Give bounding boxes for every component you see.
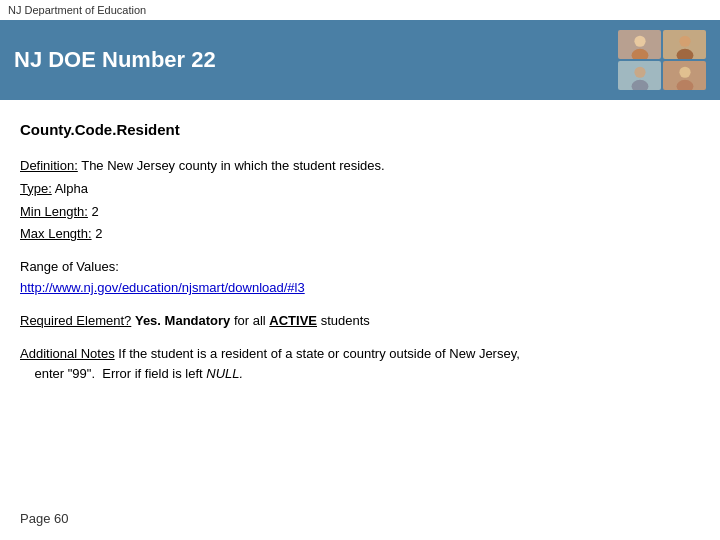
- required-section: Required Element? Yes. Mandatory for all…: [20, 311, 700, 332]
- range-label: Range of Values:: [20, 257, 700, 278]
- header-photos: [618, 30, 706, 90]
- type-value: Alpha: [55, 181, 88, 196]
- notes-section: Additional Notes If the student is a res…: [20, 344, 700, 384]
- photo-2: [663, 30, 706, 59]
- min-label: Min Length:: [20, 204, 88, 219]
- type-row: Type: Alpha: [20, 179, 700, 200]
- photo-1: [618, 30, 661, 59]
- page-title: NJ DOE Number 22: [14, 47, 216, 73]
- range-link[interactable]: http://www.nj.gov/education/njsmart/down…: [20, 280, 305, 295]
- svg-point-7: [676, 79, 693, 89]
- max-row: Max Length: 2: [20, 224, 700, 245]
- max-label: Max Length:: [20, 226, 92, 241]
- org-label: NJ Department of Education: [8, 4, 146, 16]
- svg-point-4: [634, 66, 645, 77]
- definition-label: Definition:: [20, 158, 78, 173]
- max-value: 2: [95, 226, 102, 241]
- svg-point-5: [631, 79, 648, 89]
- photo-4: [663, 61, 706, 90]
- required-rest: for all: [234, 313, 269, 328]
- required-yes: Yes.: [135, 313, 161, 328]
- svg-point-0: [634, 35, 645, 46]
- required-label: Required Element?: [20, 313, 131, 328]
- required-active: ACTIVE: [269, 313, 317, 328]
- svg-point-2: [679, 35, 690, 46]
- top-bar: NJ Department of Education: [0, 0, 720, 20]
- min-row: Min Length: 2: [20, 202, 700, 223]
- svg-point-1: [631, 48, 648, 58]
- required-students: students: [321, 313, 370, 328]
- notes-indent: enter "99". Error if field is left NULL.: [20, 366, 243, 381]
- photo-3: [618, 61, 661, 90]
- notes-text: If the student is a resident of a state …: [118, 346, 520, 361]
- notes-italic: NULL.: [206, 366, 243, 381]
- type-label: Type:: [20, 181, 52, 196]
- min-value: 2: [92, 204, 99, 219]
- page-number: Page 60: [20, 511, 68, 526]
- main-content: County.Code.Resident Definition: The New…: [0, 100, 720, 398]
- page-header: NJ DOE Number 22: [0, 20, 720, 100]
- definition-row: Definition: The New Jersey county in whi…: [20, 156, 700, 177]
- notes-label: Additional Notes: [20, 346, 115, 361]
- range-section: Range of Values: http://www.nj.gov/educa…: [20, 257, 700, 299]
- svg-point-6: [679, 66, 690, 77]
- required-mandatory: Mandatory: [165, 313, 231, 328]
- svg-point-3: [676, 48, 693, 58]
- definition-text: The New Jersey county in which the stude…: [81, 158, 384, 173]
- section-title: County.Code.Resident: [20, 118, 700, 142]
